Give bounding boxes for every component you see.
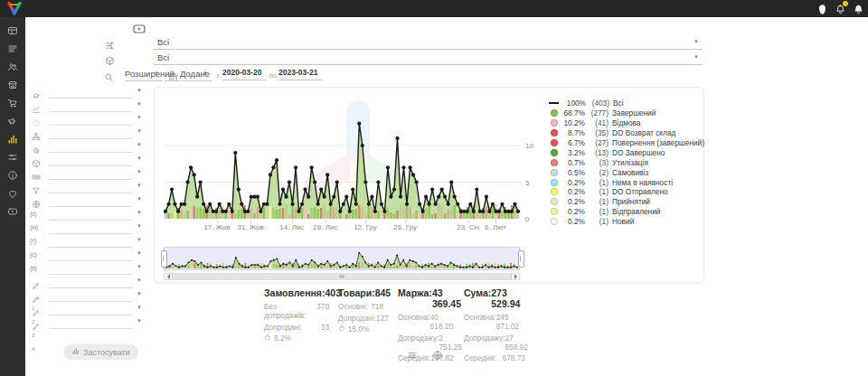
fingerprint-icon <box>32 142 41 151</box>
stats-column: Замовлення:403Без допродажів:370Допродан… <box>264 287 329 343</box>
x-tick-label: 17. Жов <box>203 223 230 231</box>
filter-field[interactable] <box>49 304 132 315</box>
filter-field[interactable] <box>49 317 132 329</box>
globe-icon[interactable] <box>432 348 443 359</box>
apply-button[interactable]: Застосувати <box>63 344 138 360</box>
filter-field[interactable] <box>49 236 132 248</box>
legend-percent: 8.7% <box>561 128 585 137</box>
video-help-icon[interactable] <box>128 22 150 36</box>
scrollbar-thumb[interactable] <box>172 274 512 279</box>
legend-item[interactable]: 0.2%(1)Нема в наявності <box>549 177 699 187</box>
scroll-left-arrow[interactable] <box>165 274 172 279</box>
date-field-select[interactable]: Додане ▼ <box>165 68 212 81</box>
legend-percent: 3.2% <box>561 148 585 157</box>
search-icon[interactable] <box>104 70 114 80</box>
filter-field[interactable] <box>49 168 132 180</box>
customers-icon[interactable] <box>0 58 25 76</box>
profile-icon[interactable] <box>816 3 828 14</box>
dashboard-icon[interactable] <box>0 22 25 40</box>
orders-list-icon[interactable] <box>0 40 25 58</box>
filter-field[interactable] <box>49 290 132 302</box>
info-icon[interactable] <box>0 166 25 184</box>
legend-count: (1) <box>585 197 609 206</box>
chevron-down-icon: ▼ <box>137 101 142 107</box>
list-settings-icon[interactable] <box>407 348 418 359</box>
stats-title: Замовлення:403 <box>264 287 329 298</box>
token-icon: {s} <box>30 210 36 218</box>
filter-field[interactable] <box>49 195 132 207</box>
legend-item[interactable]: 100%(403)Всі <box>549 99 699 108</box>
stats-subrow: Основна:40 618.20 <box>398 313 454 331</box>
chart-scrollbar[interactable] <box>164 273 520 280</box>
x-tick-label: 12. Гру <box>354 223 377 231</box>
category-tree-icon <box>105 38 115 48</box>
date-to-value: 2023-03-21 <box>278 68 317 77</box>
legend-percent: 100% <box>561 99 586 108</box>
token-icon: {м} <box>30 223 38 231</box>
video-icon[interactable] <box>0 202 25 221</box>
sidebar-rail <box>0 17 25 376</box>
navigator-chart[interactable] <box>164 247 520 270</box>
filter-field[interactable] <box>49 222 132 234</box>
cart-icon[interactable] <box>0 94 25 112</box>
navigator-handle-left[interactable] <box>161 250 167 268</box>
advanced-search-select[interactable]: Розширений ▼ <box>125 68 163 81</box>
navigator-handle-right[interactable] <box>518 250 524 268</box>
legend-label: Відправлений <box>612 207 660 216</box>
legend-item[interactable]: 6.7%(27)Повернення (завершений) <box>549 138 699 148</box>
filter-field[interactable] <box>49 182 132 193</box>
main-chart[interactable] <box>164 100 520 220</box>
filter-field[interactable] <box>49 114 132 126</box>
care-icon[interactable] <box>0 184 25 202</box>
legend-percent: 0.2% <box>561 207 585 216</box>
legend-item[interactable]: 0.2%(1)Новий <box>549 217 699 227</box>
legend-percent: 68.7% <box>561 108 585 118</box>
filter-select-products[interactable]: Всі ▼ <box>154 52 703 65</box>
chevron-down-icon: ▼ <box>137 183 142 188</box>
filter-field[interactable] <box>49 127 132 139</box>
legend-label: Всі <box>613 99 624 108</box>
legend-item[interactable]: 0.2%(1)Прийнятий <box>549 197 699 207</box>
chevron-down-icon: ▼ <box>137 155 142 161</box>
filter-field[interactable] <box>49 100 132 112</box>
legend-item[interactable]: 0.5%(2)Самовивіз <box>549 167 699 177</box>
upsell-badge: 8.2% <box>264 334 329 343</box>
app-logo-icon[interactable] <box>6 2 23 15</box>
legend-label: Утилізація <box>612 158 648 167</box>
legend-item[interactable]: 10.2%(41)Відмова <box>549 118 699 128</box>
x-tick-label: 14. Лис <box>279 223 304 231</box>
filter-field[interactable] <box>49 249 132 261</box>
legend-item[interactable]: 0.7%(3)Утилізація <box>549 157 699 167</box>
chart-legend: 100%(403)Всі68.7%(277)Завершений10.2%(41… <box>549 99 699 227</box>
alerts-bell-icon[interactable] <box>853 3 864 14</box>
megaphone-icon[interactable] <box>0 112 25 130</box>
filter-field[interactable] <box>49 87 132 99</box>
notifications-bell-icon[interactable] <box>835 3 846 14</box>
filter-field[interactable] <box>49 209 132 221</box>
scroll-right-arrow[interactable] <box>512 274 519 279</box>
filter-row-cube-5: ▼ <box>25 155 145 167</box>
legend-dot-swatch <box>551 139 558 146</box>
legend-item[interactable]: 0.2%(1)Відправлений <box>549 207 699 217</box>
legend-count: (277) <box>585 108 609 118</box>
filter-field[interactable] <box>49 277 132 288</box>
legend-item[interactable]: 3.2%(13)DO Завершено <box>549 147 699 157</box>
legend-item[interactable]: 0.2%(1)DO Отправлено <box>549 187 699 197</box>
stats-subrow: Допродані:33 <box>264 323 329 332</box>
package-icon <box>105 53 115 63</box>
legend-count: (1) <box>585 217 609 226</box>
analytics-icon[interactable] <box>0 130 25 148</box>
filter-field[interactable] <box>49 263 132 275</box>
legend-item[interactable]: 68.7%(277)Завершений <box>549 108 699 118</box>
pencil-icon: 1 <box>32 277 41 287</box>
legend-item[interactable]: 8.7%(35)DO Возврат склад <box>549 128 699 138</box>
filter-row-banknote-6: ▼ <box>25 168 145 181</box>
store-icon[interactable] <box>0 76 25 94</box>
sliders-icon[interactable] <box>0 148 25 166</box>
sitemap-icon <box>32 128 41 137</box>
filter-field[interactable] <box>49 141 132 153</box>
filter-select-status[interactable]: Всі ▼ <box>154 36 703 50</box>
filter-field[interactable] <box>49 155 132 166</box>
date-from-input[interactable]: 2020-03-20 <box>222 68 266 80</box>
date-to-input[interactable]: 2023-03-21 <box>278 68 322 80</box>
